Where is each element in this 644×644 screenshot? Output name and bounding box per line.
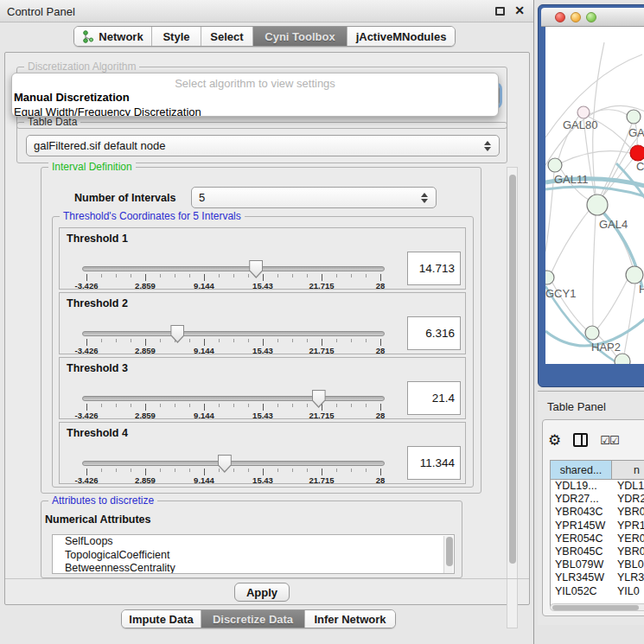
- cyni-toolbox-panel: Discretization Algorithm Table Data galF…: [4, 52, 530, 605]
- node[interactable]: [627, 110, 641, 124]
- popup-option-manual-discretization[interactable]: Manual Discretization: [12, 90, 498, 105]
- node[interactable]: [626, 266, 643, 284]
- zoom-traffic-icon[interactable]: [586, 12, 596, 22]
- tab-discretize-data[interactable]: Discretize Data: [201, 610, 305, 628]
- checkbox-checked-icon[interactable]: ☑: [600, 434, 609, 447]
- node-red[interactable]: [630, 145, 644, 161]
- threshold-value-field[interactable]: 14.713: [407, 252, 461, 285]
- node-label: GAL11: [554, 173, 589, 186]
- table-cell[interactable]: YLR3: [612, 571, 644, 584]
- table-cell[interactable]: YIL052C: [551, 585, 612, 598]
- table-cell[interactable]: YBR043C: [551, 506, 612, 519]
- network-canvas[interactable]: GAL80 GA C GAL11 GAL4 GCY1 H HAP2: [545, 27, 644, 364]
- tab-label: Select: [210, 30, 243, 43]
- settings-scrollbar[interactable]: [507, 167, 518, 628]
- group-title: Attributes to discretize: [48, 494, 157, 507]
- apply-button[interactable]: Apply: [234, 583, 290, 602]
- table-row[interactable]: YDL19...YDL1: [551, 480, 644, 493]
- table-row[interactable]: YLR345WYLR3: [551, 571, 644, 584]
- table-cell[interactable]: YDL19...: [551, 480, 612, 493]
- minimize-traffic-icon[interactable]: [571, 12, 581, 22]
- tick-label: 2.859: [135, 281, 156, 290]
- table-row[interactable]: YPR145WYPR1: [551, 520, 644, 532]
- table-cell[interactable]: YBR0: [612, 506, 644, 519]
- threshold-slider[interactable]: [82, 461, 385, 466]
- tab-cyni-toolbox[interactable]: Cyni Toolbox: [253, 27, 348, 46]
- slider-tick-labels: -3.4262.8599.14415.4321.71528: [82, 346, 385, 354]
- table-cell[interactable]: YBR0: [612, 545, 644, 558]
- tab-impute-data[interactable]: Impute Data: [122, 610, 201, 628]
- columns-icon[interactable]: [573, 433, 588, 447]
- tab-label: jActiveMNodules: [356, 30, 447, 43]
- tab-label: Cyni Toolbox: [265, 30, 335, 43]
- column-header[interactable]: shared...: [551, 461, 612, 479]
- table-cell[interactable]: YBR045C: [551, 545, 612, 558]
- attribute-list-item[interactable]: SelfLoops: [53, 535, 454, 549]
- node-label: GAL4: [599, 218, 628, 231]
- tick-label: 28: [376, 346, 386, 355]
- scrollbar-thumb[interactable]: [552, 605, 639, 610]
- tab-network[interactable]: Network: [74, 27, 152, 46]
- table-row[interactable]: YBR045CYBR0: [551, 545, 644, 558]
- table-cell[interactable]: YER054C: [551, 532, 612, 545]
- tab-jactivemnodules[interactable]: jActiveMNodules: [348, 27, 455, 46]
- node[interactable]: [615, 354, 630, 364]
- threshold-value-field[interactable]: 21.4: [407, 381, 461, 415]
- table-cell[interactable]: YLR345W: [551, 571, 612, 584]
- popup-option-equal-width-frequency[interactable]: Equal Width/Frequency Discretization: [12, 105, 498, 117]
- attribute-list-item[interactable]: BetweennessCentrality: [53, 562, 454, 574]
- table-cell[interactable]: YIL0: [612, 585, 644, 598]
- threshold-slider[interactable]: [82, 266, 385, 271]
- node-gal4[interactable]: [587, 194, 608, 215]
- column-header[interactable]: n: [612, 461, 644, 479]
- list-scrollbar[interactable]: [443, 536, 453, 574]
- table-cell[interactable]: YER0: [612, 532, 644, 545]
- table-row[interactable]: YBL079WYBL0: [551, 558, 644, 571]
- gear-icon[interactable]: ⚙: [548, 431, 561, 450]
- tab-select[interactable]: Select: [201, 27, 253, 46]
- threshold-value-field[interactable]: 11.344: [407, 446, 461, 480]
- node-attribute-table[interactable]: shared... n YDL19...YDL1YDR27...YDR2YBR0…: [550, 460, 644, 607]
- node-gcy1[interactable]: [545, 271, 554, 284]
- tick-label: 21.715: [309, 411, 334, 420]
- node-hap2[interactable]: [585, 326, 599, 340]
- close-icon[interactable]: ✕: [514, 3, 525, 17]
- table-cell[interactable]: YPR1: [612, 520, 644, 532]
- node-gal11[interactable]: [548, 158, 562, 172]
- table-cell[interactable]: YDL1: [612, 480, 644, 493]
- checkbox-checked-icon[interactable]: ☑: [609, 434, 619, 447]
- table-horizontal-scrollbar[interactable]: [550, 603, 644, 611]
- network-view-window[interactable]: GAL80 GA C GAL11 GAL4 GCY1 H HAP2: [538, 4, 644, 387]
- threshold-label: Threshold 2: [67, 297, 128, 309]
- tab-style[interactable]: Style: [152, 27, 201, 46]
- table-row[interactable]: YIL052CYIL0: [551, 585, 644, 598]
- table-cell[interactable]: YPR145W: [551, 520, 612, 532]
- table-row[interactable]: YBR043CYBR0: [551, 506, 644, 519]
- combo-arrows-icon: [421, 193, 428, 203]
- combo-value: galFiltered.sif default node: [34, 139, 165, 152]
- table-cell[interactable]: YDR27...: [551, 493, 612, 506]
- table-row[interactable]: YER054CYER0: [551, 532, 644, 545]
- tick-label: 28: [376, 281, 386, 290]
- control-panel-titlebar: Control Panel ✕: [0, 0, 533, 22]
- threshold-slider[interactable]: [82, 331, 385, 336]
- tab-infer-network[interactable]: Infer Network: [305, 610, 395, 628]
- number-of-intervals-combo[interactable]: 5: [191, 187, 437, 208]
- table-data-combo[interactable]: galFiltered.sif default node: [26, 135, 500, 156]
- node-gal80[interactable]: [577, 106, 590, 118]
- table-cell[interactable]: YBL079W: [551, 558, 612, 571]
- table-cell[interactable]: YDR2: [612, 493, 644, 506]
- float-window-icon[interactable]: [495, 7, 505, 16]
- close-traffic-icon[interactable]: [555, 12, 565, 22]
- table-row[interactable]: YDR27...YDR2: [551, 493, 644, 506]
- scrollbar-thumb[interactable]: [446, 537, 453, 566]
- numerical-attributes-list[interactable]: SelfLoopsTopologicalCoefficientBetweenne…: [52, 534, 455, 574]
- threshold-value-field[interactable]: 6.316: [407, 316, 461, 350]
- threshold-label: Threshold 4: [67, 427, 128, 439]
- scrollbar-thumb[interactable]: [509, 175, 516, 564]
- attribute-list-item[interactable]: TopologicalCoefficient: [53, 549, 454, 563]
- threshold-slider[interactable]: [82, 396, 385, 401]
- table-cell[interactable]: YBL0: [612, 558, 644, 571]
- tab-label: Style: [163, 30, 189, 43]
- table-panel-body: ⚙ ☑ ☑ shared... n YDL19...YDL1YDR27...YD…: [542, 419, 644, 616]
